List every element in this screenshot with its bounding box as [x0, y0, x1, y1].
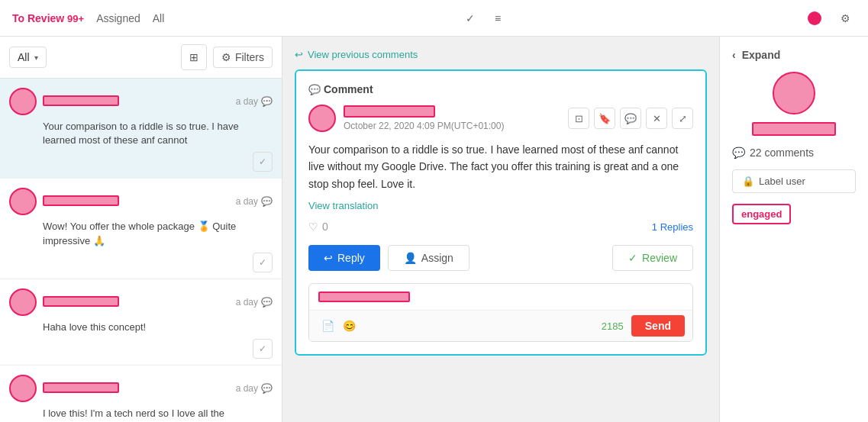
- list-item-time: a day 💬: [236, 196, 273, 207]
- replies-link[interactable]: 1 Replies: [652, 221, 693, 233]
- view-previous-comments-link[interactable]: ↩ View previous comments: [295, 49, 707, 60]
- to-review-badge: 99+: [67, 13, 84, 24]
- tab-all[interactable]: All: [153, 9, 165, 27]
- engaged-tag[interactable]: engaged: [732, 204, 791, 224]
- list-item-text: Haha love this concept!: [9, 321, 273, 334]
- review-button[interactable]: ✓ Review: [612, 245, 693, 271]
- view-translation-link[interactable]: View translation: [308, 200, 693, 211]
- expand-avatar: [773, 72, 815, 114]
- sort-button[interactable]: ≡: [487, 8, 508, 29]
- list-item[interactable]: a day 💬 Wow! You offer the whole package…: [0, 179, 282, 279]
- list-item-text: I love this! I'm a tech nerd so I love a…: [9, 407, 273, 420]
- list-item-footer: ✓: [9, 152, 273, 172]
- chevron-down-icon: ▾: [34, 53, 38, 62]
- list-item-header: a day 💬: [9, 188, 273, 215]
- comment-list: a day 💬 Your comparison to a riddle is s…: [0, 79, 282, 422]
- expand-name-bar: [752, 122, 836, 136]
- doc-icon-button[interactable]: 📄: [317, 315, 338, 337]
- list-item-time: a day 💬: [236, 383, 273, 394]
- reply-box: 📄 😊 2185 Send: [308, 283, 693, 342]
- comment-action-icons: ⊡ 🔖 💬 ✕ ⤢: [568, 108, 693, 129]
- top-nav-right: ⚙: [804, 8, 856, 29]
- svg-rect-0: [808, 11, 821, 25]
- list-item-footer: ✓: [9, 339, 273, 359]
- arrow-left-icon: ↩: [295, 49, 303, 60]
- emoji-icon-button[interactable]: 😊: [338, 315, 360, 337]
- chat-icon: 💬: [261, 297, 273, 308]
- comment-section-title: Comment: [324, 83, 373, 95]
- chat-icon-button[interactable]: 💬: [620, 108, 641, 129]
- avatar: [9, 88, 37, 115]
- like-button[interactable]: ♡ 0: [308, 221, 328, 233]
- close-icon-button[interactable]: ✕: [646, 108, 667, 129]
- settings-icon[interactable]: ⚙: [834, 8, 856, 29]
- chat-icon: 💬: [261, 196, 273, 207]
- tab-to-review[interactable]: To Review 99+: [12, 9, 84, 27]
- action-buttons: ↩ Reply 👤 Assign ✓ Review: [308, 245, 693, 271]
- filter-value: All: [18, 51, 30, 63]
- check-all-button[interactable]: ✓: [460, 8, 481, 29]
- list-item-time: a day 💬: [236, 96, 273, 107]
- filter-select[interactable]: All ▾: [9, 47, 47, 68]
- person-icon: 👤: [404, 252, 417, 264]
- chat-icon: 💬: [261, 383, 273, 394]
- reply-toolbar: 📄 😊 2185 Send: [309, 310, 692, 341]
- expand-label: Expand: [742, 49, 781, 61]
- list-item-text: Wow! You offer the whole package 🏅 Quite…: [9, 220, 273, 247]
- view-previous-label: View previous comments: [308, 49, 418, 60]
- right-panel: ‹ Expand 💬 22 comments 🔒 Label user enga…: [719, 37, 868, 422]
- send-button[interactable]: Send: [631, 315, 685, 337]
- filters-button[interactable]: ⚙ Filters: [213, 47, 273, 68]
- char-count: 2185: [602, 321, 624, 332]
- comment-card-header: 💬 Comment: [308, 83, 693, 95]
- avatar: [9, 188, 37, 215]
- list-item[interactable]: a day 💬 Haha love this concept! ✓: [0, 279, 282, 366]
- label-user-button[interactable]: 🔒 Label user: [732, 169, 856, 193]
- comment-body: Your comparison to a riddle is so true. …: [308, 141, 693, 192]
- list-item-text: Your comparison to a riddle is so true. …: [9, 120, 273, 147]
- reply-button[interactable]: ↩ Reply: [308, 245, 380, 271]
- list-item-meta: [43, 95, 230, 108]
- name-bar: [43, 296, 119, 307]
- filters-label: Filters: [235, 51, 264, 63]
- expand-icon-button[interactable]: ⤢: [672, 108, 693, 129]
- avatar: [9, 288, 37, 316]
- check-green-icon: ✓: [628, 252, 637, 264]
- nav-tabs: To Review 99+ Assigned All: [12, 9, 164, 27]
- author-avatar: [308, 105, 336, 132]
- list-item-time: a day 💬: [236, 297, 273, 308]
- assign-button[interactable]: 👤 Assign: [388, 245, 469, 271]
- sidebar-toolbar: All ▾ ⊞ ⚙ Filters: [0, 37, 282, 79]
- check-button[interactable]: ✓: [253, 152, 273, 172]
- list-item-meta: [43, 382, 230, 395]
- check-button[interactable]: ✓: [253, 339, 273, 359]
- comments-count: 💬 22 comments: [732, 147, 856, 159]
- bookmark-icon-button[interactable]: 🔖: [594, 108, 615, 129]
- notifications-icon[interactable]: [804, 8, 825, 29]
- avatar: [9, 375, 37, 402]
- chat-icon: 💬: [261, 96, 273, 107]
- name-bar: [43, 195, 119, 206]
- chevron-left-icon: ‹: [732, 49, 736, 61]
- chat-count-icon: 💬: [732, 147, 745, 159]
- list-item[interactable]: a day 💬 Your comparison to a riddle is s…: [0, 79, 282, 179]
- center-panel: ↩ View previous comments 💬 Comment Octob…: [282, 37, 719, 422]
- comment-card: 💬 Comment October 22, 2020 4:09 PM(UTC+0…: [295, 69, 707, 356]
- list-item-footer: ✓: [9, 253, 273, 272]
- expand-header[interactable]: ‹ Expand: [732, 49, 856, 61]
- copy-icon-button[interactable]: ⊡: [568, 108, 589, 129]
- name-bar: [43, 95, 119, 106]
- name-bar: [43, 382, 119, 393]
- grid-view-button[interactable]: ⊞: [181, 44, 207, 70]
- check-button[interactable]: ✓: [253, 253, 273, 272]
- like-row: ♡ 0 1 Replies: [308, 221, 693, 233]
- reply-name-bar: [318, 292, 410, 302]
- sliders-icon: ⚙: [221, 51, 231, 63]
- top-nav: To Review 99+ Assigned All ✓ ≡ ⚙: [0, 0, 868, 37]
- tab-assigned[interactable]: Assigned: [96, 9, 140, 27]
- list-item-meta: [43, 195, 230, 208]
- list-item-header: a day 💬: [9, 375, 273, 402]
- like-count: 0: [322, 221, 328, 233]
- author-name-bar: [344, 105, 435, 118]
- list-item[interactable]: a day 💬 I love this! I'm a tech nerd so …: [0, 366, 282, 422]
